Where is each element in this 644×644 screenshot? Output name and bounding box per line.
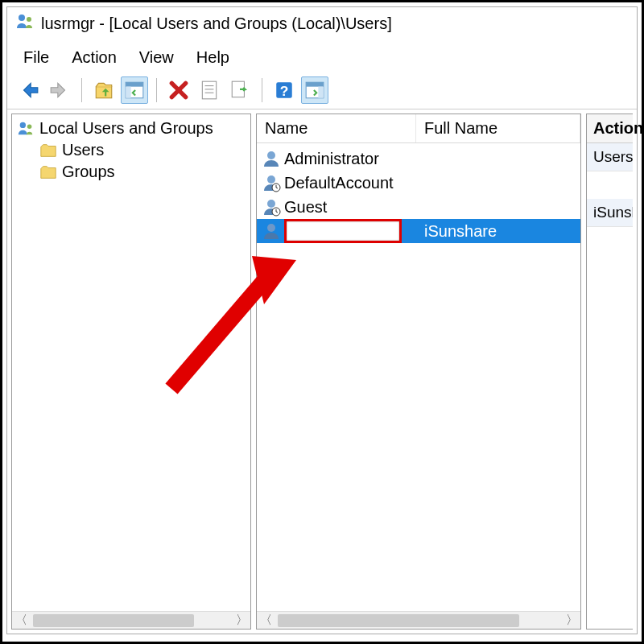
- user-icon: [262, 149, 281, 168]
- properties-button[interactable]: [196, 76, 223, 104]
- menu-action[interactable]: Action: [72, 48, 117, 67]
- tree-root-label: Local Users and Groups: [39, 119, 213, 138]
- list-header: Name Full Name: [257, 114, 580, 143]
- actions-section-users[interactable]: Users: [587, 143, 633, 171]
- menu-file[interactable]: File: [23, 48, 49, 67]
- list-body: Administrator DefaultAccount Guest: [257, 143, 580, 611]
- show-hide-actions-button[interactable]: [301, 76, 328, 104]
- svg-point-23: [267, 224, 275, 232]
- app-window: lusrmgr - [Local Users and Groups (Local…: [6, 6, 638, 634]
- svg-rect-5: [126, 87, 131, 98]
- separator: [262, 78, 262, 102]
- forward-button[interactable]: [46, 76, 73, 104]
- svg-point-1: [27, 17, 31, 22]
- svg-rect-15: [318, 87, 324, 98]
- panes: Local Users and Groups Users Groups 〈 〉: [7, 109, 637, 634]
- tree-groups-label: Groups: [62, 163, 115, 181]
- up-button[interactable]: [90, 76, 118, 104]
- tree-root[interactable]: Local Users and Groups: [12, 118, 250, 139]
- scroll-left-icon[interactable]: 〈: [12, 612, 30, 630]
- app-icon: [15, 12, 35, 35]
- help-button[interactable]: ?: [270, 76, 298, 104]
- list-row[interactable]: DefaultAccount: [257, 171, 580, 195]
- list-row-selected[interactable]: iSunshare: [257, 219, 580, 243]
- titlebar: lusrmgr - [Local Users and Groups (Local…: [7, 7, 637, 40]
- list-row[interactable]: Guest: [257, 195, 580, 219]
- svg-rect-2: [96, 87, 112, 98]
- tree-users-label: Users: [62, 141, 104, 159]
- tree-item-users[interactable]: Users: [12, 139, 250, 161]
- col-header-fullname[interactable]: Full Name: [416, 114, 580, 142]
- user-icon: [262, 221, 281, 241]
- tree-scrollbar[interactable]: 〈 〉: [12, 611, 250, 629]
- window-title: lusrmgr - [Local Users and Groups (Local…: [41, 14, 392, 33]
- menu-help[interactable]: Help: [196, 48, 229, 67]
- svg-point-0: [19, 14, 25, 21]
- user-icon: [262, 197, 281, 217]
- actions-section-selected[interactable]: iSunshare: [587, 199, 633, 227]
- svg-text:?: ?: [280, 83, 289, 99]
- user-icon: [262, 173, 281, 192]
- export-button[interactable]: [226, 76, 254, 104]
- svg-point-17: [27, 124, 32, 129]
- separator: [81, 78, 82, 102]
- actions-header: Actions: [587, 114, 633, 143]
- menubar: File Action View Help: [7, 40, 637, 73]
- cell-name: DefaultAccount: [284, 174, 394, 192]
- tree-pane: Local Users and Groups Users Groups 〈 〉: [11, 114, 251, 630]
- svg-rect-6: [202, 81, 216, 99]
- list-scrollbar[interactable]: 〈 〉: [257, 611, 580, 629]
- cell-name: Administrator: [284, 150, 379, 168]
- svg-point-18: [267, 151, 275, 159]
- toolbar: ?: [7, 73, 637, 109]
- rename-input[interactable]: [284, 219, 402, 243]
- scroll-right-icon[interactable]: 〉: [563, 612, 580, 630]
- scroll-thumb[interactable]: [278, 614, 519, 627]
- tree-body: Local Users and Groups Users Groups: [12, 114, 250, 611]
- scroll-left-icon[interactable]: 〈: [257, 612, 275, 630]
- scroll-right-icon[interactable]: 〉: [233, 612, 250, 630]
- svg-point-21: [267, 200, 275, 208]
- list-row[interactable]: Administrator: [257, 147, 580, 171]
- svg-rect-14: [306, 82, 324, 86]
- menu-view[interactable]: View: [139, 48, 174, 67]
- col-header-name[interactable]: Name: [257, 114, 416, 142]
- separator: [156, 78, 157, 102]
- actions-spacer: [587, 171, 633, 199]
- cell-name: Guest: [284, 198, 327, 217]
- tree-item-groups[interactable]: Groups: [12, 161, 250, 183]
- back-button[interactable]: [15, 76, 43, 104]
- cell-fullname: iSunshare: [416, 222, 580, 241]
- show-hide-tree-button[interactable]: [121, 76, 148, 104]
- list-pane: Name Full Name Administrator DefaultAcco…: [256, 114, 581, 630]
- svg-point-19: [267, 175, 275, 184]
- actions-pane: Actions Users iSunshare: [586, 114, 633, 630]
- svg-point-16: [20, 122, 26, 127]
- scroll-thumb[interactable]: [33, 614, 194, 627]
- delete-button[interactable]: [165, 76, 192, 104]
- svg-rect-4: [126, 82, 143, 86]
